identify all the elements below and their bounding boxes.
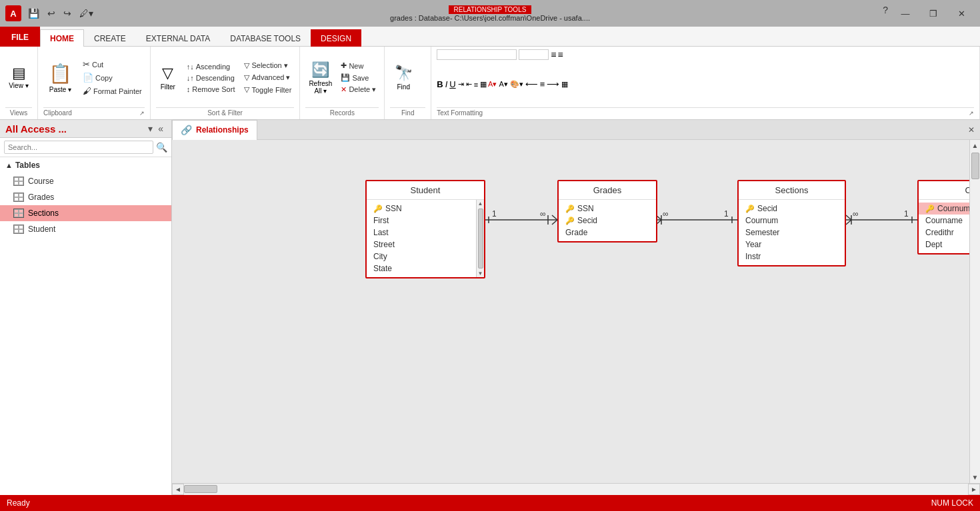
records-content: 🔄 RefreshAll ▾ ✚ New 💾 Save ✕ Delete ▾ — [305, 49, 379, 106]
svg-line-5 — [552, 220, 557, 225]
h-scroll-thumb[interactable] — [184, 485, 217, 493]
fill-btn[interactable]: 🎨▾ — [510, 80, 523, 89]
tab-create[interactable]: CREATE — [84, 29, 136, 47]
tables-toggle-icon[interactable]: ▲ — [5, 161, 13, 169]
scroll-left-btn[interactable]: ◄ — [172, 484, 184, 495]
align-right-btn[interactable]: ⟶ — [547, 79, 559, 89]
new-icon: ✚ — [341, 61, 347, 70]
bold-btn[interactable]: B — [437, 79, 443, 89]
save-quick-btn[interactable]: 💾 — [25, 7, 42, 20]
find-button[interactable]: 🔭 Find — [390, 63, 417, 93]
clipboard-expand-icon[interactable]: ↗ — [139, 110, 145, 117]
format-painter-button[interactable]: 🖌 Format Painter — [80, 85, 145, 97]
vertical-scrollbar[interactable]: ▲ ▼ — [969, 140, 980, 483]
tab-external-data[interactable]: EXTERNAL DATA — [136, 29, 220, 47]
outdent-btn[interactable]: ⇤ — [466, 80, 472, 89]
scroll-thumb[interactable] — [478, 209, 483, 268]
student-table-scrollbar[interactable]: ▲ ▼ — [476, 200, 484, 277]
sidebar-item-grades[interactable]: Grades — [0, 189, 171, 205]
canvas-close-btn[interactable]: ✕ — [963, 125, 980, 135]
scroll-right-btn[interactable]: ► — [968, 484, 980, 495]
view-button[interactable]: ▤ View ▾ — [5, 64, 32, 91]
scroll-up-arrow[interactable]: ▲ — [477, 200, 484, 207]
grades-field-ssn: 🔑SSN — [559, 203, 656, 215]
list-btn2[interactable]: ≡ — [557, 49, 563, 60]
search-icon[interactable]: 🔍 — [156, 142, 167, 153]
new-button[interactable]: ✚ New — [338, 60, 379, 71]
scroll-down-btn[interactable]: ▼ — [970, 472, 980, 483]
sidebar-dropdown-btn[interactable]: ▾ — [145, 123, 155, 135]
scroll-down-arrow[interactable]: ▼ — [477, 270, 484, 277]
sections-table[interactable]: Sections 🔑Secid Cournum Semester Year In… — [737, 180, 846, 266]
course-table-header: Course — [919, 181, 969, 200]
student-label: Student — [28, 225, 55, 234]
table-btn[interactable]: ▦ — [480, 80, 487, 89]
customize-btn[interactable]: 🖊▾ — [77, 7, 96, 20]
close-btn[interactable]: ✕ — [948, 3, 975, 23]
h-scroll-track[interactable] — [184, 484, 968, 495]
sections-table-header: Sections — [739, 181, 845, 200]
filter-button[interactable]: ▽ Filter — [156, 63, 180, 93]
relationships-tab[interactable]: 🔗 Relationships — [172, 120, 257, 140]
align-center-btn[interactable]: ≡ — [540, 79, 545, 89]
remove-sort-button[interactable]: ↕ Remove Sort — [184, 84, 238, 95]
delete-button[interactable]: ✕ Delete ▾ — [338, 84, 379, 95]
italic-btn[interactable]: I — [445, 79, 448, 89]
clipboard-content: 📋 Paste ▾ ✂ Cut 📄 Copy 🖌 Format Painter — [43, 49, 145, 106]
cut-button[interactable]: ✂ Cut — [80, 58, 145, 71]
sidebar-item-course[interactable]: Course — [0, 173, 171, 189]
search-input[interactable] — [4, 141, 153, 154]
font-size-dropdown[interactable] — [519, 49, 549, 60]
paste-button[interactable]: 📋 Paste ▾ — [43, 49, 77, 106]
font-color-btn[interactable]: A▾ — [488, 80, 497, 89]
redo-btn[interactable]: ↪ — [61, 7, 74, 20]
underline-btn[interactable]: U — [449, 79, 455, 89]
align-btn[interactable]: ≡ — [474, 81, 478, 89]
svg-text:1: 1 — [492, 209, 497, 219]
sort-filter-content: ▽ Filter ↑↓ Ascending ↓↑ Descending ↕ Re… — [156, 49, 295, 106]
course-table[interactable]: Course 🔑Cournum Courname Credithr Dept — [917, 180, 969, 255]
tab-database-tools[interactable]: DATABASE TOOLS — [220, 29, 311, 47]
student-field-street: Street — [367, 239, 484, 251]
list-btn1[interactable]: ≡ — [551, 49, 556, 60]
undo-btn[interactable]: ↩ — [45, 7, 58, 20]
sidebar-item-sections[interactable]: Sections — [0, 205, 171, 221]
scroll-up-btn[interactable]: ▲ — [970, 140, 980, 151]
font-family-dropdown[interactable] — [437, 49, 517, 60]
canvas-area: 🔗 Relationships ✕ 1 ∞ — [172, 120, 980, 495]
copy-button[interactable]: 📄 Copy — [80, 71, 145, 84]
advanced-button[interactable]: ▽ Advanced ▾ — [241, 72, 294, 83]
maximize-btn[interactable]: ❒ — [920, 3, 947, 23]
descending-button[interactable]: ↓↑ Descending — [184, 73, 238, 83]
grades-table-body: 🔑SSN 🔑Secid Grade — [559, 200, 656, 241]
canvas-tab-bar: 🔗 Relationships ✕ — [172, 120, 980, 140]
save-record-button[interactable]: 💾 Save — [338, 72, 379, 83]
refresh-all-button[interactable]: 🔄 RefreshAll ▾ — [305, 59, 335, 97]
text-highlight-btn[interactable]: A▾ — [499, 80, 507, 89]
quick-access: 💾 ↩ ↪ 🖊▾ — [25, 7, 96, 20]
toggle-filter-button[interactable]: ▽ Toggle Filter — [241, 84, 294, 95]
student-table[interactable]: Student 🔑SSN First Last Street City Stat… — [365, 180, 485, 278]
grid-btn[interactable]: ▦ — [561, 80, 568, 89]
ascending-button[interactable]: ↑↓ Ascending — [184, 61, 238, 72]
v-scroll-thumb[interactable] — [971, 153, 979, 179]
align-left-btn[interactable]: ⟵ — [525, 79, 538, 89]
canvas[interactable]: 1 ∞ ∞ 1 — [172, 140, 969, 483]
help-btn[interactable]: ? — [880, 3, 891, 23]
grades-table[interactable]: Grades 🔑SSN 🔑Secid Grade — [557, 180, 657, 243]
svg-text:∞: ∞ — [663, 209, 669, 219]
selection-icon: ▽ — [244, 61, 249, 70]
selection-button[interactable]: ▽ Selection ▾ — [241, 60, 294, 71]
sidebar-item-student[interactable]: Student — [0, 221, 171, 237]
tab-home[interactable]: HOME — [40, 29, 84, 47]
clipboard-label: Clipboard ↗ — [43, 107, 145, 117]
text-fmt-expand-icon[interactable]: ↗ — [969, 110, 974, 117]
sidebar-collapse-btn[interactable]: « — [155, 123, 166, 135]
tab-design[interactable]: DESIGN — [311, 29, 361, 47]
minimize-btn[interactable]: — — [892, 3, 919, 23]
tab-file[interactable]: FILE — [0, 27, 40, 47]
cut-icon: ✂ — [83, 59, 90, 69]
svg-line-18 — [846, 220, 851, 225]
indent-btn[interactable]: ⇥ — [458, 80, 464, 89]
grades-table-icon — [13, 193, 24, 202]
